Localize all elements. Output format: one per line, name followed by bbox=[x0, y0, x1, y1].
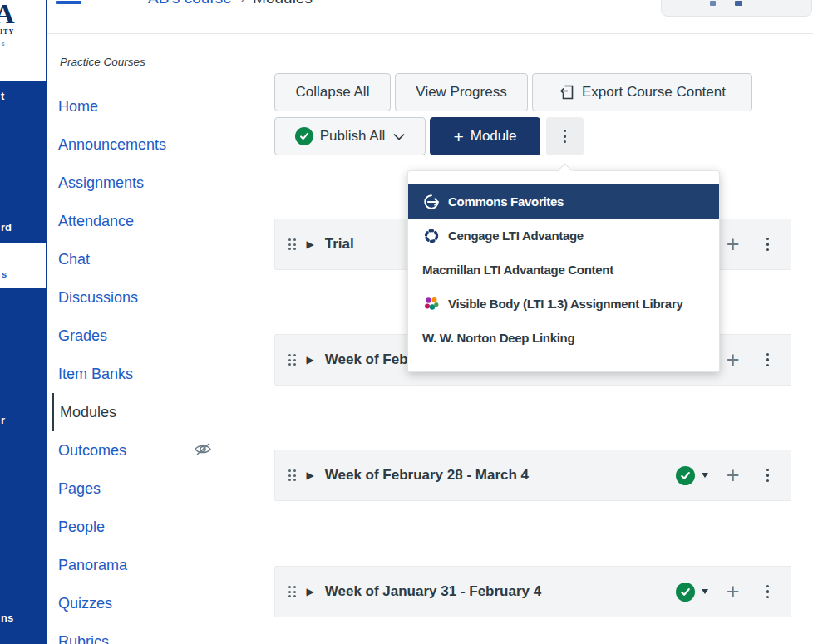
module-row: ▶ Week of February 28 - March 4 + bbox=[274, 450, 791, 501]
row-kebab-menu-button[interactable] bbox=[766, 353, 770, 367]
add-item-button[interactable]: + bbox=[727, 581, 740, 603]
view-progress-button[interactable]: View Progress bbox=[395, 73, 528, 111]
add-item-button[interactable]: + bbox=[727, 465, 740, 487]
header-cutoff-button[interactable] bbox=[661, 0, 812, 17]
sidebar-item-item-banks[interactable]: Item Banks bbox=[56, 355, 226, 393]
external-tool-menu-item[interactable]: W. W. Norton Deep Linking bbox=[408, 321, 719, 355]
publish-status-button[interactable] bbox=[676, 466, 708, 485]
expand-arrow-icon[interactable]: ▶ bbox=[307, 469, 314, 481]
publish-all-label: Publish All bbox=[320, 128, 385, 145]
cengage-icon bbox=[422, 228, 441, 244]
course-navigation: Home Announcements Assignments bbox=[56, 87, 226, 644]
modules-page: A ITY s trd s rns AB's course›Modules Pr… bbox=[0, 0, 813, 644]
external-tool-menu-item[interactable]: Cengage LTI Advantage bbox=[408, 219, 719, 253]
expand-arrow-icon[interactable]: ▶ bbox=[307, 586, 314, 597]
external-tool-menu-item[interactable]: Commons Favorites bbox=[408, 184, 719, 219]
breadcrumb: AB's course›Modules bbox=[148, 0, 505, 8]
drag-handle-icon[interactable] bbox=[288, 354, 296, 366]
module-title[interactable]: Trial bbox=[325, 236, 354, 253]
sidebar-item-attendance[interactable]: Attendance bbox=[56, 202, 226, 240]
external-tools-menu: Commons Favorites Cengage LTI Advantage … bbox=[407, 170, 720, 372]
chevron-down-icon bbox=[393, 133, 405, 140]
drag-handle-icon[interactable] bbox=[288, 469, 296, 481]
add-module-button[interactable]: + Module bbox=[430, 117, 540, 155]
module-title[interactable]: Week of February 28 - March 4 bbox=[325, 467, 529, 484]
add-item-button[interactable]: + bbox=[727, 349, 740, 371]
add-item-button[interactable]: + bbox=[727, 234, 740, 256]
global-nav-item-fragment[interactable]: rd bbox=[1, 221, 12, 234]
add-module-label: Module bbox=[471, 128, 517, 145]
collapse-all-label: Collapse All bbox=[296, 84, 370, 101]
sidebar-item-outcomes[interactable]: Outcomes bbox=[56, 431, 226, 469]
module-row: ▶ Week of January 31 - February 4 + bbox=[274, 566, 791, 617]
sidebar-item-home[interactable]: Home bbox=[56, 87, 226, 125]
cutoff-button-icon bbox=[735, 1, 742, 6]
global-nav-bar: A ITY s trd s rns bbox=[0, 0, 47, 644]
sidebar-item-chat[interactable]: Chat bbox=[56, 240, 226, 278]
drag-handle-icon[interactable] bbox=[288, 586, 296, 597]
visible-body-icon bbox=[422, 296, 441, 312]
institution-logo: A ITY s bbox=[0, 0, 46, 81]
sidebar-item-modules[interactable]: Modules bbox=[52, 393, 226, 431]
published-check-icon bbox=[676, 466, 695, 485]
expand-arrow-icon[interactable]: ▶ bbox=[307, 354, 314, 366]
cutoff-button-icon bbox=[710, 1, 716, 6]
menu-caret bbox=[557, 163, 572, 178]
export-label: Export Course Content bbox=[582, 84, 726, 101]
hamburger-menu-icon[interactable] bbox=[56, 1, 81, 4]
caret-down-icon bbox=[702, 473, 708, 478]
global-nav-selected-item[interactable]: s bbox=[0, 243, 46, 288]
sidebar-item-grades[interactable]: Grades bbox=[56, 317, 226, 355]
global-nav-item-fragment[interactable]: r bbox=[1, 414, 5, 426]
expand-arrow-icon[interactable]: ▶ bbox=[307, 238, 314, 250]
publish-all-button[interactable]: Publish All bbox=[274, 117, 426, 155]
row-kebab-menu-button[interactable] bbox=[766, 238, 770, 252]
row-kebab-menu-button[interactable] bbox=[766, 585, 770, 599]
publish-check-icon bbox=[295, 127, 313, 145]
breadcrumb-page: Modules bbox=[253, 0, 313, 7]
term-label: Practice Courses bbox=[60, 56, 145, 68]
logo-tagline: s bbox=[2, 41, 5, 47]
global-nav-item-fragment[interactable]: ns bbox=[1, 612, 13, 624]
publish-status-button[interactable] bbox=[676, 583, 708, 602]
plus-icon: + bbox=[453, 128, 463, 145]
row-kebab-menu-button[interactable] bbox=[766, 469, 770, 483]
breadcrumb-separator: › bbox=[240, 0, 244, 6]
collapse-all-button[interactable]: Collapse All bbox=[274, 73, 391, 111]
sidebar-item-quizzes[interactable]: Quizzes bbox=[56, 584, 226, 622]
modules-kebab-menu-button[interactable] bbox=[546, 117, 584, 155]
export-course-content-button[interactable]: Export Course Content bbox=[532, 73, 752, 111]
caret-down-icon bbox=[702, 589, 708, 594]
view-progress-label: View Progress bbox=[416, 84, 506, 101]
sidebar-item-pages[interactable]: Pages bbox=[56, 469, 226, 508]
commons-favorites-icon bbox=[422, 193, 441, 211]
export-icon bbox=[559, 84, 575, 101]
drag-handle-icon[interactable] bbox=[288, 238, 296, 250]
sidebar-item-discussions[interactable]: Discussions bbox=[56, 278, 226, 317]
sidebar-item-panorama[interactable]: Panorama bbox=[56, 546, 226, 584]
breadcrumb-course-link[interactable]: AB's course bbox=[148, 0, 232, 7]
external-tool-menu-item[interactable]: Macmillan LTI Advantage Content bbox=[408, 253, 719, 287]
published-check-icon bbox=[676, 583, 695, 602]
hidden-eye-icon bbox=[194, 442, 212, 456]
sidebar-item-rubrics[interactable]: Rubrics bbox=[56, 622, 226, 644]
sidebar-item-assignments[interactable]: Assignments bbox=[56, 164, 226, 202]
sidebar-item-announcements[interactable]: Announcements bbox=[56, 125, 226, 164]
module-title[interactable]: Week of Feb bbox=[325, 351, 408, 368]
header-divider bbox=[47, 33, 813, 34]
logo-text: ITY bbox=[0, 28, 14, 36]
sidebar-item-people[interactable]: People bbox=[56, 508, 226, 546]
module-title[interactable]: Week of January 31 - February 4 bbox=[325, 583, 541, 600]
global-nav-item-fragment[interactable]: t bbox=[1, 90, 4, 102]
logo-letter: A bbox=[0, 0, 15, 30]
external-tool-menu-item[interactable]: Visible Body (LTI 1.3) Assignment Librar… bbox=[408, 287, 719, 321]
